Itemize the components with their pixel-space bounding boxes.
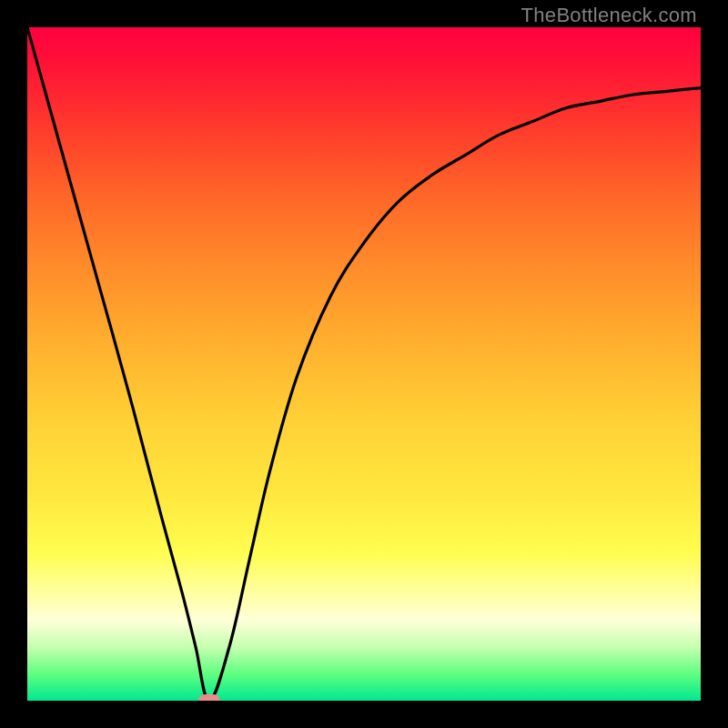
chart-plot-area [27, 27, 701, 701]
chart-curve [27, 27, 701, 701]
watermark-text: TheBottleneck.com [521, 4, 697, 27]
chart-minimum-marker [198, 694, 220, 701]
chart-frame: TheBottleneck.com [0, 0, 728, 728]
